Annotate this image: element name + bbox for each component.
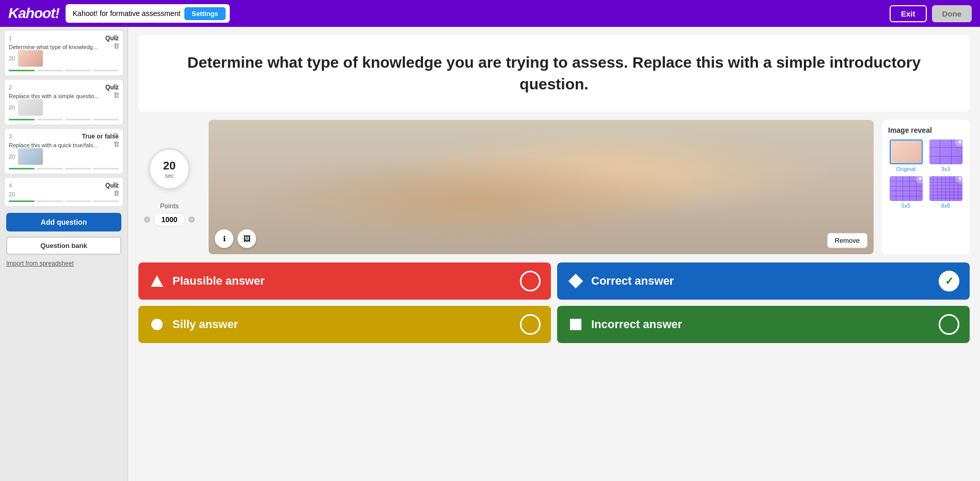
answer-button-a1[interactable]: Plausible answer <box>138 262 551 300</box>
info-button[interactable]: ℹ <box>215 229 233 248</box>
quiz-item-content: 20 <box>9 50 119 67</box>
points-section: Points 1000 <box>144 202 194 226</box>
answer-button-a3[interactable]: Silly answer <box>138 306 551 343</box>
reveal-label: 8x8 <box>941 203 951 209</box>
quiz-item-num: 3 <box>9 133 12 139</box>
circle-icon <box>149 316 165 333</box>
delete-icon[interactable]: 🗑 <box>113 141 120 147</box>
sidebar-item-2[interactable]: 2QuizReplace this with a simple questio.… <box>4 79 123 125</box>
import-link[interactable]: Import from spreadsheet <box>6 260 121 267</box>
question-text: Determine what type of knowledge you are… <box>187 54 921 92</box>
progress-bar <box>9 119 35 120</box>
answer-button-a2[interactable]: Correct answer✓ <box>557 262 970 300</box>
question-box[interactable]: Determine what type of knowledge you are… <box>138 35 970 112</box>
answer-button-a4[interactable]: Incorrect answer <box>557 306 970 343</box>
copy-icon[interactable]: ⧉ <box>113 181 120 188</box>
image-area: ℹ 🖼 Remove <box>209 120 874 254</box>
progress-bar <box>65 168 91 169</box>
diamond-icon <box>567 273 584 289</box>
quiz-item-content: 20 <box>9 148 119 165</box>
progress-bar <box>93 119 119 120</box>
reveal-img-3x3: ★ <box>929 139 962 164</box>
progress-bar <box>9 200 35 202</box>
reveal-label: 5x5 <box>902 203 911 209</box>
sidebar-item-4[interactable]: 4Quiz20 ⧉ 🗑 <box>4 177 123 207</box>
content-area: Determine what type of knowledge you are… <box>128 27 980 481</box>
reveal-option-5x5[interactable]: ★5x5 <box>888 176 924 209</box>
answer-check[interactable] <box>520 314 541 335</box>
question-bank-button[interactable]: Question bank <box>6 237 121 255</box>
quiz-pts: 20 <box>9 55 15 61</box>
progress-bar <box>93 70 119 71</box>
reveal-option-original[interactable]: Original <box>888 139 924 172</box>
logo: Kahoot! <box>8 5 59 22</box>
image-placeholder: ℹ 🖼 Remove <box>209 120 874 254</box>
main-layout: 1QuizDetermine what type of knowledg...2… <box>0 27 980 481</box>
sidebar-item-3[interactable]: 3True or falseReplace this with a quick … <box>4 128 123 174</box>
progress-bar <box>37 200 62 202</box>
square-icon <box>567 316 584 333</box>
settings-button[interactable]: Settings <box>184 7 225 20</box>
points-slider-row: 1000 <box>144 213 194 226</box>
answer-check[interactable] <box>939 314 959 335</box>
quiz-pts: 20 <box>9 191 15 197</box>
reveal-img-8x8: ★ <box>929 176 962 201</box>
reveal-label: 3x3 <box>941 166 951 172</box>
progress-bar <box>93 168 119 169</box>
quiz-thumbnail <box>18 148 43 165</box>
quiz-item-text: Determine what type of knowledg... <box>9 44 119 50</box>
quiz-item-num: 1 <box>9 35 12 41</box>
answer-text: Plausible answer <box>172 274 520 288</box>
quiz-item-num: 2 <box>9 84 12 90</box>
answer-text: Silly answer <box>172 318 520 331</box>
delete-icon[interactable]: 🗑 <box>113 91 120 98</box>
reveal-img-5x5: ★ <box>890 176 923 201</box>
copy-icon[interactable]: ⧉ <box>113 83 120 89</box>
progress-bar <box>37 168 62 169</box>
copy-icon[interactable]: ⧉ <box>113 132 120 138</box>
points-label: Points <box>160 202 179 210</box>
sidebar-item-actions: ⧉ 🗑 <box>113 83 120 98</box>
sidebar-item-1[interactable]: 1QuizDetermine what type of knowledg...2… <box>4 30 123 76</box>
slider-left-dot <box>144 216 150 223</box>
middle-section: 20 sec Points 1000 ℹ <box>138 120 970 254</box>
done-button[interactable]: Done <box>932 5 972 22</box>
delete-icon[interactable]: 🗑 <box>113 190 120 196</box>
image-edit-button[interactable]: 🖼 <box>238 229 256 248</box>
image-overlay-buttons: ℹ 🖼 <box>215 229 256 248</box>
quiz-title: Kahoot! for formative assessment <box>73 9 181 18</box>
image-reveal-title: Image reveal <box>888 126 963 134</box>
quiz-item-content: 20 <box>9 99 119 116</box>
quiz-item-text: Replace this with a simple questio... <box>9 93 119 99</box>
answer-check[interactable]: ✓ <box>939 271 959 291</box>
timer-unit: sec <box>165 173 173 179</box>
progress-bar <box>37 70 62 71</box>
answers-grid: Plausible answerCorrect answer✓Silly ans… <box>138 262 970 343</box>
reveal-option-8x8[interactable]: ★8x8 <box>928 176 963 209</box>
progress-bar <box>9 168 35 169</box>
reveal-option-3x3[interactable]: ★3x3 <box>928 139 963 172</box>
timer-circle[interactable]: 20 sec <box>149 148 190 190</box>
students-image <box>209 120 874 254</box>
points-value: 1000 <box>153 213 185 226</box>
timer-value: 20 <box>163 159 176 173</box>
add-question-button[interactable]: Add question <box>6 213 121 231</box>
timer-points-panel: 20 sec Points 1000 <box>138 120 200 254</box>
answer-check[interactable] <box>520 271 541 291</box>
answer-text: Incorrect answer <box>591 318 939 331</box>
sidebar-item-actions: ⧉ 🗑 <box>113 181 120 196</box>
slider-right-dot <box>188 216 195 223</box>
remove-image-button[interactable]: Remove <box>827 233 867 248</box>
quiz-item-content: 20 <box>9 191 119 197</box>
progress-bar <box>37 119 62 120</box>
copy-icon[interactable]: ⧉ <box>113 34 120 40</box>
reveal-grid: Original★3x3★5x5★8x8 <box>888 139 963 209</box>
answer-text: Correct answer <box>591 274 939 288</box>
progress-bar <box>9 70 35 71</box>
sidebar: 1QuizDetermine what type of knowledg...2… <box>0 27 128 481</box>
sidebar-item-actions: ⧉ 🗑 <box>113 34 120 49</box>
quiz-pts: 20 <box>9 153 15 160</box>
delete-icon[interactable]: 🗑 <box>113 42 120 49</box>
exit-button[interactable]: Exit <box>890 5 927 22</box>
reveal-label: Original <box>896 166 916 172</box>
